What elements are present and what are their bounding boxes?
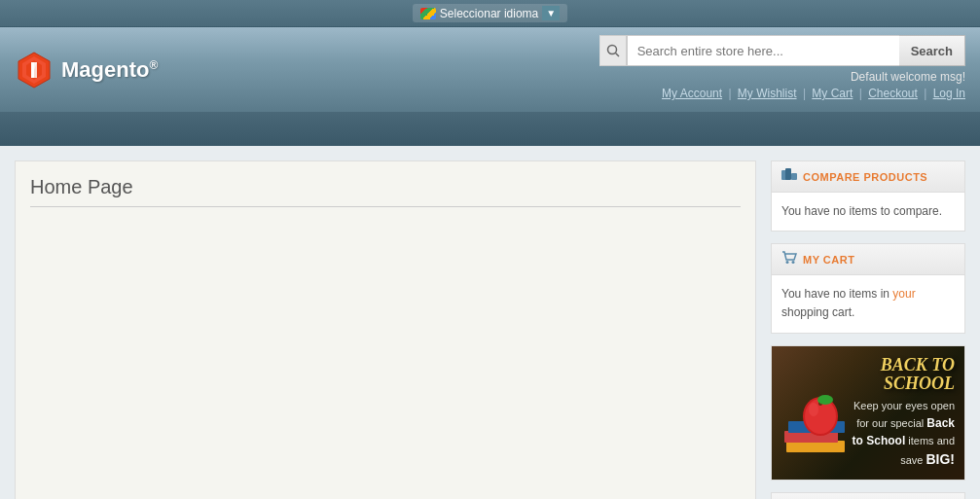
- page-title: Home Page: [30, 176, 741, 207]
- header: Magento® Search Default welcome msg! My …: [0, 27, 980, 112]
- community-poll-header: COMMUNITY POLL: [772, 493, 964, 499]
- search-area: Search: [599, 35, 965, 66]
- sidebar: COMPARE PRODUCTS You have no items to co…: [771, 160, 965, 499]
- search-icon-btn[interactable]: [599, 35, 627, 66]
- account-bar: Default welcome msg! My Account | My Wis…: [662, 66, 965, 104]
- svg-line-7: [615, 53, 619, 57]
- compare-icon: [781, 168, 797, 185]
- bts-title: BACK TO SCHOOL: [850, 356, 955, 395]
- my-cart-link[interactable]: My Cart: [812, 87, 853, 100]
- svg-rect-9: [791, 173, 797, 180]
- search-button[interactable]: Search: [899, 35, 965, 66]
- my-account-link[interactable]: My Account: [662, 87, 722, 100]
- my-cart-header: MY CART: [772, 244, 964, 275]
- nav-links: My Account | My Wishlist | My Cart | Che…: [662, 87, 965, 100]
- compare-products-header: COMPARE PRODUCTS: [772, 161, 964, 193]
- compare-products-widget: COMPARE PRODUCTS You have no items to co…: [771, 160, 965, 232]
- my-wishlist-link[interactable]: My Wishlist: [738, 87, 797, 100]
- checkout-link[interactable]: Checkout: [868, 87, 918, 100]
- welcome-message: Default welcome msg!: [662, 70, 965, 84]
- header-top: Magento® Search Default welcome msg! My …: [15, 35, 965, 112]
- community-poll-widget: COMMUNITY POLL What is your favorite col…: [771, 492, 965, 499]
- search-icon: [606, 44, 620, 57]
- log-in-link[interactable]: Log In: [933, 87, 965, 100]
- svg-rect-10: [785, 168, 791, 180]
- compare-products-body: You have no items to compare.: [772, 193, 964, 231]
- magento-logo-icon: [15, 51, 54, 89]
- my-cart-widget: MY CART You have no items in your shoppi…: [771, 243, 965, 333]
- content-area: Home Page: [15, 160, 756, 499]
- main-wrapper: Home Page COMPARE PRODUCTS You have no i…: [0, 146, 980, 499]
- nav-bar: [0, 112, 980, 146]
- compare-products-title: COMPARE PRODUCTS: [803, 171, 927, 183]
- cart-icon: [781, 251, 797, 267]
- dropdown-arrow-icon[interactable]: ▼: [542, 6, 560, 20]
- bts-subtitle: Keep your eyes open for our special Back…: [850, 398, 955, 470]
- language-label: Seleccionar idioma: [440, 7, 538, 20]
- svg-point-11: [786, 261, 789, 264]
- language-selector[interactable]: Seleccionar idioma ▼: [413, 4, 567, 22]
- top-bar: Seleccionar idioma ▼: [0, 0, 980, 27]
- svg-point-6: [607, 46, 616, 54]
- my-cart-title: MY CART: [803, 254, 854, 266]
- back-to-school-banner[interactable]: BACK TO SCHOOL Keep your eyes open for o…: [771, 345, 965, 481]
- bts-content: BACK TO SCHOOL Keep your eyes open for o…: [772, 346, 964, 480]
- flag-icon: [420, 8, 436, 19]
- logo-text: Magento®: [61, 57, 158, 83]
- logo-area: Magento®: [15, 51, 158, 89]
- my-cart-body: You have no items in your shopping cart.: [772, 275, 964, 332]
- svg-point-12: [792, 261, 795, 264]
- search-input[interactable]: [627, 35, 899, 66]
